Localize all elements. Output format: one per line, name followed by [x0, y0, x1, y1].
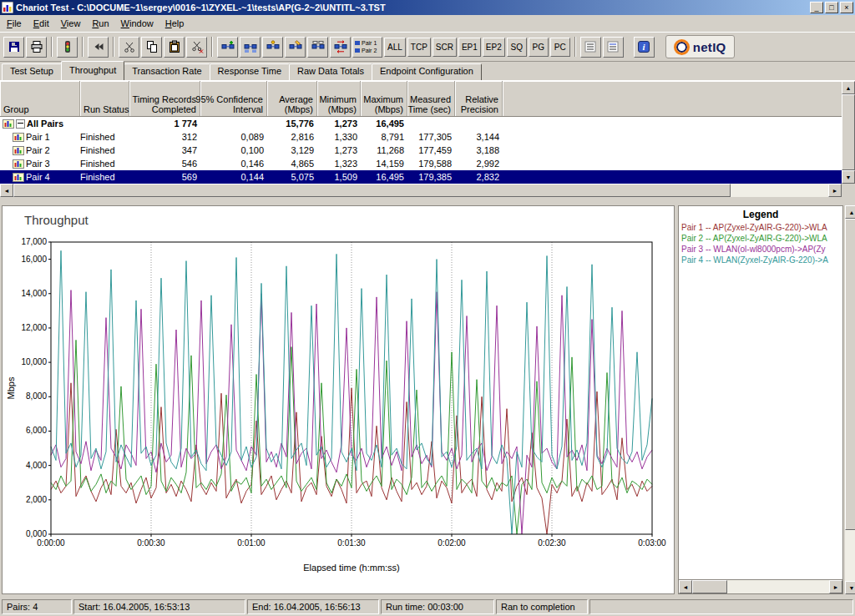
svg-text:14,000: 14,000 [21, 289, 47, 298]
add-multicast-group-button[interactable] [262, 37, 283, 58]
legend-scroll-down-button[interactable]: ▼ [845, 581, 855, 594]
table-row-pair-3[interactable]: Pair 3Finished5460,1464,8651,32314,15917… [0, 157, 855, 170]
menu-help[interactable]: Help [159, 16, 190, 31]
save-button[interactable] [3, 37, 24, 58]
scroll-right-icon: ► [832, 188, 838, 194]
filter-all-button[interactable]: ALL [384, 38, 406, 57]
info-icon: i [637, 40, 650, 53]
legend-title: Legend [679, 206, 842, 222]
paste-button[interactable] [164, 37, 185, 58]
group-cell: Pair 1 [0, 130, 80, 144]
legend-horizontal-scrollbar[interactable]: ◄ ► [679, 579, 842, 593]
legend-scroll-right-button[interactable]: ► [829, 580, 842, 593]
maximize-button[interactable]: □ [825, 2, 838, 13]
svg-text:Elapsed time (h:mm:ss): Elapsed time (h:mm:ss) [303, 563, 400, 573]
filter-scr-button[interactable]: SCR [433, 38, 457, 57]
grid-vscroll-thumb[interactable] [842, 94, 855, 170]
minimize-button[interactable]: _ [810, 2, 823, 13]
filter-tcp-button[interactable]: TCP [407, 38, 431, 57]
add-pair-group-button[interactable] [240, 37, 261, 58]
pair-chart-icon [3, 119, 14, 129]
filter-ep2-button[interactable]: EP2 [483, 38, 505, 57]
cut-button[interactable] [119, 37, 139, 58]
tab-transaction-rate[interactable]: Transaction Rate [124, 63, 210, 80]
grid-scroll-right-button[interactable]: ► [828, 184, 842, 197]
legend-hscroll-thumb[interactable] [692, 580, 727, 593]
svg-text:0:00:30: 0:00:30 [137, 538, 165, 548]
tab-response-time[interactable]: Response Time [210, 63, 290, 80]
grid-horizontal-scrollbar[interactable]: ◄ ► [0, 184, 855, 197]
filter-sq-button[interactable]: SQ [507, 38, 527, 57]
legend-vertical-scrollbar[interactable]: ▲ ▼ [845, 205, 855, 594]
help-button[interactable]: i [634, 37, 655, 58]
filter-pc-button[interactable]: PC [550, 38, 570, 57]
swap-endpoints-button[interactable] [330, 37, 351, 58]
grid-scroll-left-button[interactable]: ◄ [0, 184, 13, 197]
show-notes-button[interactable] [603, 37, 624, 58]
svg-text:6,000: 6,000 [26, 426, 47, 435]
clear-results-button[interactable] [186, 37, 207, 58]
results-grid: GroupRun StatusTiming RecordsCompleted95… [0, 80, 855, 184]
replicate-pair-button[interactable] [307, 37, 328, 58]
grid-vscroll-track[interactable] [842, 94, 855, 170]
pairEdit-icon [289, 40, 302, 53]
table-row-all-pairs[interactable]: All Pairs1 77415,7761,27316,495 [0, 117, 855, 130]
svg-text:0:00:00: 0:00:00 [37, 538, 65, 548]
svg-text:8,000: 8,000 [26, 391, 47, 401]
menu-edit[interactable]: Edit [28, 16, 55, 31]
menubar: FileEditViewRunWindowHelp [0, 15, 855, 32]
table-row-pair-1[interactable]: Pair 1Finished3120,0892,8161,3308,791177… [0, 130, 855, 144]
copy-button[interactable] [141, 37, 162, 58]
reorder-pairs-button[interactable]: Pair 1Pair 2 [352, 37, 382, 58]
value-cell: 2,832 [455, 170, 503, 184]
svg-text:0:01:00: 0:01:00 [237, 538, 266, 548]
pairMulti-icon [266, 40, 280, 53]
pair-chart-icon [13, 159, 24, 169]
menu-view[interactable]: View [55, 16, 87, 31]
grid-scroll-up-button[interactable]: ▲ [842, 81, 855, 94]
legend-vscroll-track[interactable] [845, 219, 855, 581]
edit-pair-button[interactable] [285, 37, 306, 58]
group-cell: Pair 2 [0, 144, 80, 157]
show-report-button[interactable] [580, 37, 601, 58]
tab-throughput[interactable]: Throughput [61, 61, 124, 80]
grid-hscroll-track[interactable] [13, 184, 828, 197]
rewind-icon [92, 40, 105, 53]
filter-pg-button[interactable]: PG [529, 38, 549, 57]
legend-scroll-left-button[interactable]: ◄ [679, 580, 692, 593]
grid-body: All Pairs1 77415,7761,27316,495Pair 1Fin… [0, 117, 855, 184]
tab-endpoint-configuration[interactable]: Endpoint Configuration [372, 63, 482, 80]
menu-run[interactable]: Run [86, 16, 114, 31]
close-button[interactable]: × [840, 2, 853, 13]
pairList-icon [355, 48, 360, 53]
run-status-cell: Finished [80, 144, 129, 157]
table-row-pair-4[interactable]: Pair 4Finished5690,1445,0751,50916,49517… [0, 170, 855, 184]
add-pair-button[interactable] [217, 37, 238, 58]
print-button[interactable] [26, 37, 47, 58]
scissorsRed-icon [190, 40, 204, 53]
menu-window[interactable]: Window [115, 16, 159, 31]
netiq-logo-text: netIQ [693, 40, 726, 54]
legend-scroll-up-button[interactable]: ▲ [845, 205, 855, 219]
tab-raw-data-totals[interactable]: Raw Data Totals [289, 63, 372, 80]
grid-scroll-down-button[interactable]: ▼ [842, 170, 855, 184]
table-row-pair-2[interactable]: Pair 2Finished3470,1003,1291,27311,26817… [0, 144, 855, 157]
filter-ep1-button[interactable]: EP1 [458, 38, 481, 57]
grid-hscroll-thumb[interactable] [13, 184, 731, 197]
grid-vertical-scrollbar[interactable]: ▲ ▼ [842, 81, 855, 184]
app-window: Chariot Test - C:\DOCUME~1\sergey\0016~1… [0, 0, 855, 616]
group-label: Pair 1 [26, 130, 50, 144]
run-test-button[interactable] [57, 37, 78, 58]
collapse-icon[interactable] [16, 119, 25, 129]
value-cell: 1,509 [317, 170, 361, 184]
svg-text:0,000: 0,000 [26, 529, 47, 538]
menu-file[interactable]: File [1, 16, 28, 31]
legend-hscroll-track[interactable] [692, 580, 829, 593]
legend-vscroll-thumb[interactable] [845, 219, 855, 530]
svg-text:17,000: 17,000 [21, 237, 47, 246]
scroll-down-icon: ▼ [849, 585, 855, 591]
tab-test-setup[interactable]: Test Setup [2, 63, 62, 80]
pair-chart-icon [13, 172, 24, 182]
run-status-cell: Finished [80, 170, 129, 184]
stop-run-button[interactable] [88, 37, 109, 58]
